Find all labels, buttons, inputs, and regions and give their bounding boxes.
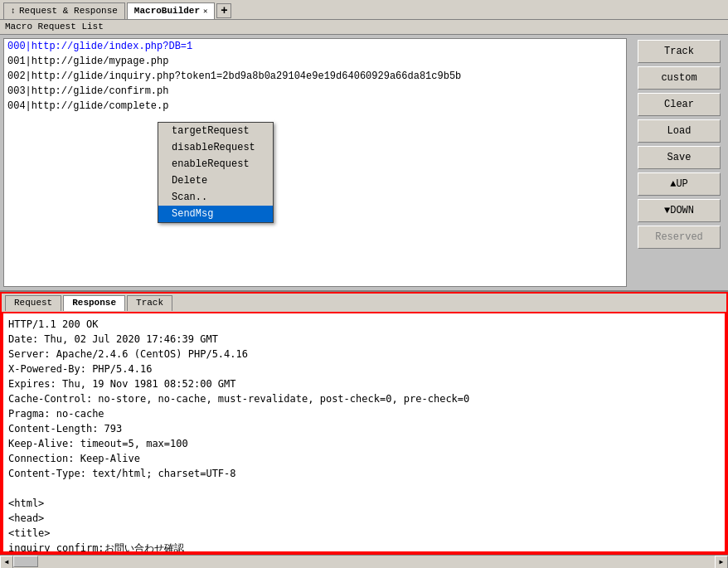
clear-button[interactable]: Clear [638,93,721,116]
reserved-button[interactable]: Reserved [638,226,721,249]
bottom-scrollbar[interactable]: ◀ ▶ [0,555,728,568]
item-url: http://glide/complete.p [32,100,169,112]
list-item[interactable]: 004|http://glide/complete.p [4,99,626,114]
context-item-label: Scan.. [172,192,207,203]
save-button[interactable]: Save [638,146,721,169]
context-menu-item-target[interactable]: targetRequest [158,123,273,139]
context-item-label: enableRequest [172,158,250,170]
scroll-right-button[interactable]: ▶ [715,556,728,569]
list-item[interactable]: 002|http://glide/inquiry.php?token1=2bd9… [4,69,626,84]
item-index: 001| [7,56,32,67]
up-button[interactable]: ▲UP [638,172,721,196]
item-index: 000| [7,41,32,52]
request-list[interactable]: 000|http://glide/index.php?DB=1 001|http… [3,38,627,287]
tab-request-label: Request [14,298,52,308]
item-url: http://glide/confirm.ph [32,85,169,97]
context-menu-item-delete[interactable]: Delete [158,172,273,189]
item-url: http://glide/index.php?DB=1 [32,41,192,52]
tab-request[interactable]: Request [5,295,61,311]
context-item-label: targetRequest [172,125,250,137]
scroll-left-button[interactable]: ◀ [0,556,13,569]
sub-tab-bar: Request Response Track [2,294,726,312]
context-menu-item-enable[interactable]: enableRequest [158,156,273,172]
context-menu-item-disable[interactable]: disableRequest [158,139,273,156]
tab-request-response[interactable]: ↕ Request & Response [3,2,125,19]
context-menu: targetRequest disableRequest enableReque… [158,122,274,223]
tab-response-label: Response [72,298,116,308]
item-index: 003| [7,85,32,97]
tab-macro-builder[interactable]: MacroBuilder ✕ [127,2,216,19]
lower-section: Request Response Track HTTP/1.1 200 OK D… [0,292,728,555]
tab-label-rr: Request & Response [19,6,118,16]
upper-section: 000|http://glide/index.php?DB=1 001|http… [0,35,728,292]
context-item-label: SendMsg [172,208,213,220]
scrollbar-track[interactable] [13,556,715,568]
context-item-label: disableRequest [172,142,255,153]
response-content[interactable]: HTTP/1.1 200 OK Date: Thu, 02 Jul 2020 1… [2,312,726,553]
main-content: Macro Request List 000|http://glide/inde… [0,20,728,568]
custom-button[interactable]: custom [638,66,721,90]
down-button[interactable]: ▼DOWN [638,199,721,222]
list-item[interactable]: 001|http://glide/mypage.php [4,54,626,69]
load-button[interactable]: Load [638,119,721,143]
track-button[interactable]: Track [638,40,721,63]
tab-close-mb[interactable]: ✕ [203,7,207,16]
tab-icon-rr: ↕ [11,7,16,16]
item-url: http://glide/mypage.php [32,56,169,67]
context-item-label: Delete [172,175,207,187]
tab-add-button[interactable]: + [216,3,231,18]
tab-label-mb: MacroBuilder [134,6,200,16]
scrollbar-thumb[interactable] [13,556,38,567]
list-item[interactable]: 003|http://glide/confirm.ph [4,84,626,99]
tab-track[interactable]: Track [127,295,172,311]
context-menu-item-scan[interactable]: Scan.. [158,189,273,206]
list-item[interactable]: 000|http://glide/index.php?DB=1 [4,39,626,54]
macro-label: Macro Request List [0,20,728,35]
item-index: 004| [7,100,32,112]
tab-track-label: Track [136,298,163,308]
item-index: 002| [7,70,32,82]
tab-response[interactable]: Response [63,295,125,311]
response-text: HTTP/1.1 200 OK Date: Thu, 02 Jul 2020 1… [8,317,720,553]
item-url: http://glide/inquiry.php?token1=2bd9a8b0… [32,70,461,82]
button-panel: Track custom Clear Load Save ▲UP ▼DOWN R… [630,35,728,290]
tab-bar: ↕ Request & Response MacroBuilder ✕ + [0,0,728,20]
context-menu-item-sendmsg[interactable]: SendMsg [158,206,273,222]
